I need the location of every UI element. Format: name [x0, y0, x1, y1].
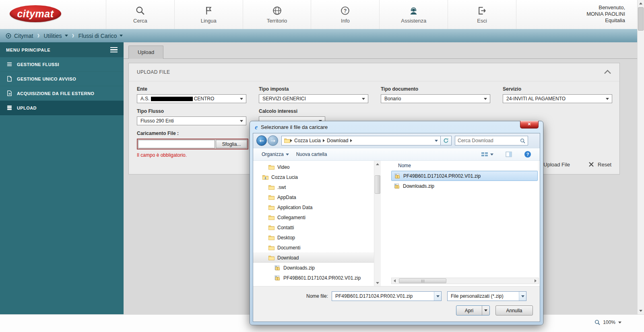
- upload-file-label: Upload File: [543, 162, 570, 168]
- filename-value: PF49B601.D171024.PR002.V01.zip: [335, 293, 413, 299]
- tree-item-label: Video: [277, 164, 289, 170]
- field-tipo-documento: Tipo documento Bonario: [381, 86, 490, 103]
- nav-label-lingua: Lingua: [201, 18, 217, 24]
- header-nav-cerca[interactable]: Cerca: [106, 0, 174, 29]
- tab-upload[interactable]: Upload: [128, 46, 163, 59]
- tree-item-downloads-zip[interactable]: Downloads.zip: [253, 263, 374, 273]
- sidebar-title-label: MENU PRINCIPALE: [6, 48, 50, 52]
- file-path-input[interactable]: [138, 140, 215, 148]
- address-bar[interactable]: Cozza LuciaDownload: [281, 136, 441, 145]
- views-button[interactable]: [477, 150, 497, 159]
- chevron-down-icon: [286, 154, 289, 156]
- header-nav-esci[interactable]: Esci: [448, 0, 516, 29]
- file-row-pf49b601-d171024-pr002-v01-zip[interactable]: PF49B601.D171024.PR002.V01.zip: [391, 171, 538, 181]
- sidebar-item-gestione-unico-avviso[interactable]: GESTIONE UNICO AVVISO: [0, 72, 124, 86]
- nuova-cartella-button[interactable]: Nuova cartella: [293, 150, 331, 159]
- sidebar-item-label: UPLOAD: [17, 106, 37, 110]
- folder-icon: [284, 138, 290, 143]
- tab-strip: Upload: [124, 42, 637, 59]
- panel-actions: Upload File Reset: [533, 161, 611, 168]
- header-nav-info[interactable]: ?Info: [311, 0, 379, 29]
- page: citymat CercaLinguaTerritorio?InfoAssist…: [0, 0, 644, 332]
- chevron-down-icon: [490, 154, 493, 156]
- close-button[interactable]: ×: [520, 121, 539, 129]
- tree-item-download[interactable]: Download: [253, 253, 374, 263]
- search-box[interactable]: Cerca Download: [455, 136, 528, 145]
- tree-item-desktop[interactable]: Desktop: [253, 232, 374, 243]
- filename-combo[interactable]: PF49B601.D171024.PR002.V01.zip: [332, 291, 442, 301]
- header-nav-lingua[interactable]: Lingua: [174, 0, 243, 29]
- tree-item-collegamenti[interactable]: Collegamenti: [253, 212, 374, 222]
- scroll-left-icon[interactable]: [392, 278, 398, 284]
- header-nav-assistenza[interactable]: Assistenza: [379, 0, 448, 29]
- cancel-button[interactable]: Annulla: [495, 305, 533, 315]
- scroll-right-icon[interactable]: [533, 278, 539, 284]
- header-nav-territorio[interactable]: Territorio: [243, 0, 311, 29]
- sidebar-item-acquisizione-da-file-esterno[interactable]: ACQUISIZIONE DA FILE ESTERNO: [0, 86, 124, 101]
- tipo-documento-value: Bonario: [384, 96, 401, 102]
- address-crumb-label: Download: [327, 138, 348, 143]
- files-hscrollbar-thumb[interactable]: [399, 278, 446, 283]
- tree-item-documenti[interactable]: Documenti: [253, 243, 374, 253]
- sidebar: MENU PRINCIPALE GESTIONE FLUSSIGESTIONE …: [0, 42, 124, 314]
- menu-icon[interactable]: [110, 47, 118, 53]
- address-crumb-cozza-lucia[interactable]: Cozza Lucia: [292, 138, 323, 143]
- zoom-control[interactable]: 100%: [594, 320, 621, 325]
- reset-label: Reset: [598, 162, 611, 168]
- toolbar-right: ?: [477, 149, 535, 160]
- folder-tree: VideoCozza Lucia.swtAppDataApplication D…: [253, 161, 374, 286]
- tree-item-appdata[interactable]: AppData: [253, 192, 374, 202]
- sidebar-item-upload[interactable]: UPLOAD: [0, 101, 124, 115]
- address-crumb-download[interactable]: Download: [325, 138, 350, 143]
- pane-icon: [506, 151, 512, 157]
- external-icon: [6, 90, 12, 96]
- open-dropdown[interactable]: [482, 306, 489, 315]
- page-scrollbar-thumb[interactable]: [638, 7, 644, 31]
- address-dropdown[interactable]: [433, 140, 440, 142]
- sidebar-item-gestione-flussi[interactable]: GESTIONE FLUSSI: [0, 57, 124, 72]
- tree-item-contatti[interactable]: Contatti: [253, 222, 374, 232]
- tree-item-video[interactable]: Video: [253, 162, 374, 172]
- tree-item-swt[interactable]: .swt: [253, 182, 374, 192]
- file-row-downloads-zip[interactable]: Downloads.zip: [391, 181, 538, 191]
- citymat-logo[interactable]: citymat: [10, 5, 61, 22]
- dialog-titlebar[interactable]: e Selezionare il file da caricare: [250, 121, 543, 133]
- tree-scrollbar[interactable]: [374, 161, 381, 286]
- filetype-dropdown[interactable]: [519, 292, 526, 301]
- help-button[interactable]: ?: [520, 149, 535, 160]
- tipo-documento-select[interactable]: Bonario: [381, 94, 490, 103]
- tipo-flusso-select[interactable]: Flusso 290 Enti: [137, 116, 246, 125]
- scroll-up-icon[interactable]: [374, 161, 381, 167]
- sidebar-item-label: GESTIONE UNICO AVVISO: [17, 77, 76, 81]
- collapse-icon[interactable]: [604, 68, 611, 76]
- files-hscrollbar[interactable]: [391, 278, 539, 284]
- file-name: Downloads.zip: [403, 183, 434, 189]
- scroll-down-icon[interactable]: [374, 280, 381, 286]
- ente-select[interactable]: A.S.CENTRO: [137, 94, 246, 103]
- sfoglia-button[interactable]: Sfoglia...: [216, 140, 247, 148]
- preview-pane-button[interactable]: [502, 150, 516, 159]
- open-button[interactable]: Apri: [456, 305, 490, 315]
- tipo-imposta-select[interactable]: SERVIZI GENERICI: [259, 94, 368, 103]
- refresh-button[interactable]: [441, 136, 452, 145]
- forward-button[interactable]: →: [268, 135, 278, 146]
- breadcrumb-item-utilities[interactable]: Utilities: [43, 33, 68, 39]
- breadcrumb-item-flussi-di-carico[interactable]: Flussi di Carico: [78, 33, 123, 39]
- column-header-nome[interactable]: Nome: [391, 161, 539, 171]
- tree-item-label: Documenti: [277, 245, 300, 251]
- filetype-combo[interactable]: File personalizzati (*.zip): [447, 291, 526, 301]
- reset-button[interactable]: Reset: [588, 161, 611, 168]
- filename-dropdown[interactable]: [434, 292, 441, 301]
- tree-item-cozza-lucia[interactable]: Cozza Lucia: [253, 172, 374, 182]
- home-icon: [6, 33, 11, 39]
- page-scrollbar[interactable]: [637, 0, 644, 314]
- breadcrumb-item-citymat[interactable]: Citymat: [6, 33, 33, 39]
- tree-item-application-data[interactable]: Application Data: [253, 202, 374, 212]
- tree-item-label: AppData: [277, 195, 296, 200]
- servizio-select[interactable]: 24-INVITI AL PAGAMENTO: [503, 94, 612, 103]
- tree-scrollbar-thumb[interactable]: [375, 175, 380, 194]
- organizza-menu[interactable]: Organizza: [258, 150, 293, 159]
- back-button[interactable]: ←: [256, 135, 267, 146]
- tree-item-pf49b601-d171024-pr002-v01-zip[interactable]: PF49B601.D171024.PR002.V01.zip: [253, 273, 374, 283]
- dialog-content: VideoCozza Lucia.swtAppDataApplication D…: [253, 161, 540, 286]
